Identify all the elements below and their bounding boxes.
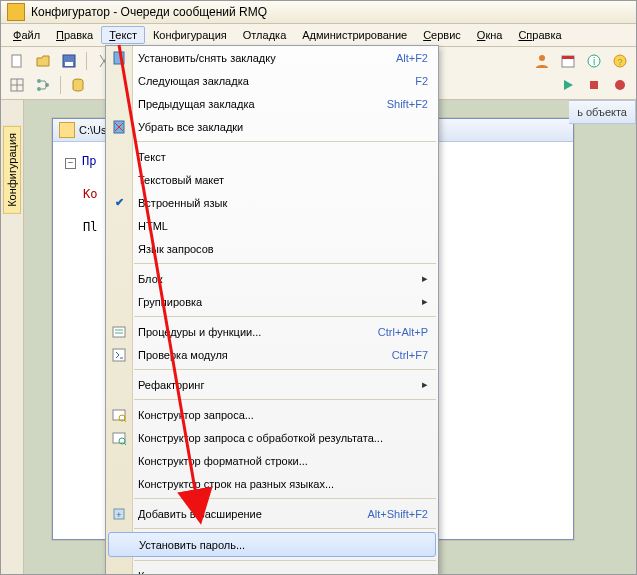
menubar: Файл Правка Текст Конфигурация Отладка А… [1,24,636,47]
menu-item[interactable]: Текст [106,145,438,168]
tb-help-icon[interactable]: ? [608,49,632,73]
fold-toggle-icon[interactable]: − [65,158,76,169]
tb-save-icon[interactable] [57,49,81,73]
menu-separator [134,528,436,529]
svg-rect-0 [12,55,21,67]
blank-icon [111,172,127,188]
menu-item[interactable]: ✔Встроенный язык [106,191,438,214]
menu-separator [134,498,436,499]
menu-admin[interactable]: Администрирование [294,26,415,44]
tb-run-icon[interactable] [556,73,580,97]
menu-item-shortcut: Shift+F2 [387,98,428,110]
tb-dbupdate-icon[interactable] [66,73,90,97]
menu-item-label: Группировка [138,296,422,308]
tb-user-icon[interactable] [530,49,554,73]
blank-icon [111,271,127,287]
proc-icon [111,324,127,340]
blank-icon [111,453,127,469]
sidetab-configuration[interactable]: Конфигурация [3,126,21,214]
app-icon [7,3,25,21]
tb-tree-icon[interactable] [31,73,55,97]
menu-item[interactable]: Убрать все закладки [106,115,438,138]
menu-text[interactable]: Текст [101,26,145,44]
menu-item-label: Установить/снять закладку [138,52,396,64]
side-tabs: Конфигурация [1,100,24,575]
menu-item[interactable]: Установить/снять закладкуAlt+F2 [106,46,438,69]
titlebar: Конфигуратор - Очереди сообщений RMQ [1,1,636,24]
blank-icon [111,241,127,257]
menu-item-label: Текстовый макет [138,174,428,186]
menu-debug[interactable]: Отладка [235,26,294,44]
tb-breakpoint-icon[interactable] [608,73,632,97]
menu-item-label: Следующая закладка [138,75,415,87]
menu-item-shortcut: F2 [415,75,428,87]
menu-item[interactable]: Конструктор запроса с обработкой результ… [106,426,438,449]
svg-point-14 [37,79,41,83]
check-icon: ✔ [111,195,127,211]
menu-item[interactable]: Конец страницы [106,564,438,575]
tb-info-icon[interactable]: i [582,49,606,73]
menu-windows[interactable]: Окна [469,26,511,44]
blank-icon [111,218,127,234]
tb-new-icon[interactable] [5,49,29,73]
tb-calendar-icon[interactable] [556,49,580,73]
tb-open-icon[interactable] [31,49,55,73]
menu-edit[interactable]: Правка [48,26,101,44]
menu-configuration[interactable]: Конфигурация [145,26,235,44]
menu-item-label: Язык запросов [138,243,428,255]
menu-item-label: Убрать все закладки [138,121,428,133]
menu-item-label: Конструктор строк на разных языках... [138,478,428,490]
menu-separator [134,263,436,264]
menu-item-label: HTML [138,220,428,232]
menu-item[interactable]: Процедуры и функции...Ctrl+Alt+P [106,320,438,343]
right-panel-title[interactable]: ь объекта [569,100,636,124]
menu-item-shortcut: Ctrl+Alt+P [378,326,428,338]
menu-item-label: Проверка модуля [138,349,392,361]
menu-item-label: Блок [138,273,422,285]
menu-item[interactable]: Язык запросов [106,237,438,260]
menu-file[interactable]: Файл [5,26,48,44]
blank-icon [111,476,127,492]
tb-grid-icon[interactable] [5,73,29,97]
svg-rect-8 [562,56,574,59]
menu-item[interactable]: Рефакторинг▸ [106,373,438,396]
svg-point-15 [37,87,41,91]
menu-separator [134,369,436,370]
menu-item[interactable]: Группировка▸ [106,290,438,313]
menu-item[interactable]: Следующая закладкаF2 [106,69,438,92]
menu-item[interactable]: Установить пароль... [108,532,436,557]
menu-item-label: Установить пароль... [139,539,425,551]
menu-item[interactable]: Блок▸ [106,267,438,290]
menu-separator [134,399,436,400]
menu-item-label: Конструктор форматной строки... [138,455,428,467]
menu-item[interactable]: Конструктор запроса... [106,403,438,426]
menu-item[interactable]: +Добавить в расширениеAlt+Shift+F2 [106,502,438,525]
tb-stop-icon[interactable] [582,73,606,97]
menu-item[interactable]: HTML [106,214,438,237]
blank-icon [111,568,127,576]
bookmark-x-icon [111,119,127,135]
document-icon [59,122,75,138]
ext-icon: + [111,506,127,522]
menu-item-label: Конец страницы [138,570,428,576]
menu-item[interactable]: Текстовый макет [106,168,438,191]
blank-icon [111,294,127,310]
menu-item-label: Конструктор запроса... [138,409,428,421]
menu-service[interactable]: Сервис [415,26,469,44]
editor-title: C:\Us [79,124,107,136]
menu-item-label: Рефакторинг [138,379,422,391]
svg-rect-22 [113,327,125,337]
menu-item-shortcut: Alt+Shift+F2 [367,508,428,520]
submenu-arrow-icon: ▸ [422,378,428,391]
app-window: Конфигуратор - Очереди сообщений RMQ Фай… [0,0,637,575]
query2-icon [111,430,127,446]
menu-item[interactable]: Проверка модуляCtrl+F7 [106,343,438,366]
menu-item[interactable]: Предыдущая закладкаShift+F2 [106,92,438,115]
svg-point-6 [539,55,545,61]
menu-item-shortcut: Alt+F2 [396,52,428,64]
menu-help[interactable]: Справка [510,26,569,44]
menu-item[interactable]: Конструктор форматной строки... [106,449,438,472]
menu-separator [134,316,436,317]
menu-item[interactable]: Конструктор строк на разных языках... [106,472,438,495]
menu-item-shortcut: Ctrl+F7 [392,349,428,361]
